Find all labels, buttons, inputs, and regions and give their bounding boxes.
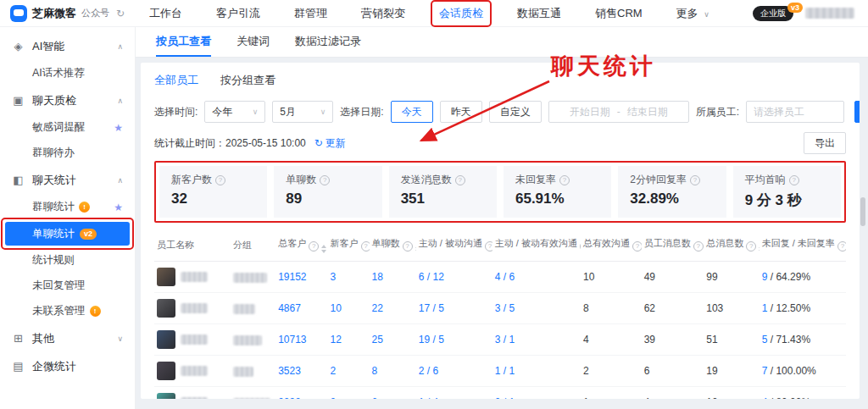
search-button[interactable]: 搜索 bbox=[854, 101, 860, 123]
custom-date-button[interactable]: 自定义 bbox=[489, 101, 542, 123]
sort-icon[interactable] bbox=[415, 245, 416, 253]
stat-cell-value[interactable]: 22 bbox=[372, 302, 383, 314]
stat-cell-value[interactable]: 25 bbox=[372, 334, 383, 345]
sidebar-section-other[interactable]: ⊞ 其他 ∨ bbox=[0, 324, 135, 352]
column-header[interactable]: 分组 bbox=[231, 229, 275, 262]
info-icon[interactable]: ? bbox=[789, 175, 799, 185]
subtab-by-group[interactable]: 按分组查看 bbox=[220, 73, 275, 91]
stat-cell-value[interactable]: 3 bbox=[331, 271, 337, 283]
info-icon[interactable]: ? bbox=[485, 241, 492, 251]
nav-item-marketing-fission[interactable]: 营销裂变 bbox=[359, 3, 407, 25]
tab-keywords[interactable]: 关键词 bbox=[236, 34, 270, 57]
stat-cell-value[interactable]: 3 / 1 bbox=[495, 334, 515, 345]
info-icon[interactable]: ? bbox=[559, 175, 570, 185]
stat-cell-value[interactable]: 4867 bbox=[278, 302, 301, 314]
info-icon[interactable]: ? bbox=[632, 241, 642, 251]
refresh-link[interactable]: ↻ 更新 bbox=[314, 136, 346, 151]
stat-cell-value[interactable]: 8 bbox=[372, 365, 378, 377]
stat-cell-value[interactable]: 10713 bbox=[278, 334, 306, 345]
sidebar-item-group-chat-stats[interactable]: 群聊统计 ! ★ bbox=[0, 195, 135, 219]
column-header[interactable]: 主动 / 被动有效沟通? bbox=[492, 229, 581, 262]
stat-cell-value[interactable]: 1 / 4 bbox=[419, 396, 438, 399]
stat-cell-value[interactable]: 0 / 1 bbox=[495, 396, 515, 399]
sidebar-section-chat-stats[interactable]: ◧ 聊天统计 ∧ bbox=[0, 166, 135, 194]
sort-icon[interactable] bbox=[321, 245, 326, 253]
column-header[interactable]: 未回复 / 未回复率? bbox=[760, 229, 846, 262]
stat-cell: 6 bbox=[642, 356, 704, 387]
stat-cell: 2 bbox=[328, 356, 370, 387]
stat-cell-value[interactable]: 18 bbox=[372, 271, 383, 283]
column-header[interactable]: 员工消息数? bbox=[642, 229, 704, 262]
nav-item-data-interop[interactable]: 数据互通 bbox=[515, 3, 563, 25]
stat-cell-value[interactable]: 12 bbox=[331, 334, 342, 345]
export-button[interactable]: 导出 bbox=[804, 132, 846, 154]
tab-data-filter-records[interactable]: 数据过滤记录 bbox=[295, 34, 361, 57]
year-select[interactable]: 今年 ∨ bbox=[204, 101, 265, 123]
stat-cell-value[interactable]: 6 bbox=[372, 396, 378, 399]
column-header[interactable]: 总有效沟通? bbox=[581, 229, 642, 262]
logo-text: 芝麻微客 bbox=[32, 6, 76, 21]
stat-cell-value[interactable]: 4 / 6 bbox=[495, 271, 515, 283]
nav-item-sales-crm[interactable]: 销售CRM bbox=[593, 3, 644, 25]
info-icon[interactable]: ? bbox=[455, 175, 465, 185]
month-select[interactable]: 5月 ∨ bbox=[272, 101, 333, 123]
yesterday-button[interactable]: 昨天 bbox=[440, 101, 482, 123]
stat-label: 发送消息数 bbox=[401, 173, 452, 187]
tab-by-employee[interactable]: 按员工查看 bbox=[156, 34, 211, 57]
subtab-all-employees[interactable]: 全部员工 bbox=[154, 73, 198, 91]
sidebar-section-qiwei-stats[interactable]: ▤ 企微统计 bbox=[0, 352, 135, 380]
stat-cell-value[interactable]: 17 / 5 bbox=[419, 302, 444, 314]
info-icon[interactable]: ? bbox=[837, 241, 846, 251]
logo[interactable]: 芝麻微客 公众号 ↻ bbox=[0, 5, 142, 22]
employee-avatar bbox=[157, 330, 175, 349]
info-icon[interactable]: ? bbox=[693, 241, 704, 251]
sidebar-item-ai-script[interactable]: AI话术推荐 bbox=[0, 61, 135, 86]
nav-item-more[interactable]: 更多 ∨ bbox=[675, 3, 711, 25]
edition-badge[interactable]: 企业版 v3 bbox=[753, 6, 793, 21]
stat-cell-value[interactable]: 19 / 5 bbox=[419, 334, 444, 345]
sidebar-section-chat-qc[interactable]: ▣ 聊天质检 ∧ bbox=[0, 86, 135, 114]
nav-item-group-management[interactable]: 群管理 bbox=[292, 3, 329, 25]
info-icon[interactable]: ? bbox=[580, 241, 581, 251]
column-header[interactable]: 单聊数? bbox=[370, 229, 416, 262]
sidebar-item-single-chat-stats[interactable]: 单聊统计 v2 bbox=[5, 222, 130, 246]
stat-cell-value[interactable]: 19152 bbox=[278, 271, 306, 283]
stat-cell-value[interactable]: 3523 bbox=[278, 365, 301, 377]
info-icon[interactable]: ? bbox=[746, 241, 756, 251]
stat-cell-value[interactable]: 2 / 6 bbox=[419, 365, 438, 377]
staff-select-input[interactable] bbox=[746, 101, 844, 123]
user-name-redacted[interactable] bbox=[805, 8, 854, 19]
stat-cell-value[interactable]: 2 bbox=[331, 365, 337, 377]
column-header[interactable]: 主动 / 被动沟通? bbox=[416, 229, 492, 262]
stat-cell-value[interactable]: 9292 bbox=[278, 396, 301, 399]
info-icon[interactable]: ? bbox=[361, 241, 370, 251]
sidebar-item-group-todo[interactable]: 群聊待办 bbox=[0, 141, 135, 165]
date-range-input[interactable]: 开始日期 - 结束日期 bbox=[548, 101, 689, 123]
stat-cell-value[interactable]: 6 / 12 bbox=[419, 271, 444, 283]
nav-item-conversation-qc[interactable]: 会话质检 bbox=[437, 3, 485, 25]
sidebar-item-stat-rules[interactable]: 统计规则 bbox=[0, 248, 135, 273]
nav-item-customer-acquisition[interactable]: 客户引流 bbox=[214, 3, 262, 25]
nav-item-workbench[interactable]: 工作台 bbox=[147, 3, 184, 25]
refresh-icon[interactable]: ↻ bbox=[116, 8, 125, 19]
info-icon[interactable]: ? bbox=[215, 175, 225, 185]
stat-cell-value[interactable]: 1 / 1 bbox=[495, 365, 515, 377]
column-header[interactable]: 新客户? bbox=[328, 229, 370, 262]
stat-cell-value[interactable]: 3 / 5 bbox=[495, 302, 515, 314]
column-header[interactable]: 总客户? bbox=[275, 229, 327, 262]
today-button[interactable]: 今天 bbox=[391, 101, 433, 123]
info-icon[interactable]: ? bbox=[403, 241, 413, 251]
sidebar-item-unreplied-management[interactable]: 未回复管理 bbox=[0, 274, 135, 298]
vertical-scrollbar-thumb[interactable] bbox=[860, 197, 865, 226]
info-icon[interactable]: ? bbox=[690, 175, 700, 185]
sidebar-item-uncontacted-management[interactable]: 未联系管理 ! bbox=[0, 299, 135, 323]
column-header[interactable]: 员工名称 bbox=[154, 229, 231, 262]
info-icon[interactable]: ? bbox=[320, 175, 330, 185]
column-header[interactable]: 总消息数? bbox=[704, 229, 759, 262]
sidebar-item-sensitive-words[interactable]: 敏感词提醒 ★ bbox=[0, 115, 135, 140]
column-header-label: 主动 / 被动沟通 bbox=[419, 238, 482, 248]
stat-cell-value[interactable]: 2 bbox=[331, 396, 337, 399]
stat-cell-value[interactable]: 10 bbox=[331, 302, 342, 314]
sidebar-section-ai[interactable]: ◈ AI智能 ∧ bbox=[0, 32, 135, 60]
info-icon[interactable]: ? bbox=[309, 241, 319, 251]
